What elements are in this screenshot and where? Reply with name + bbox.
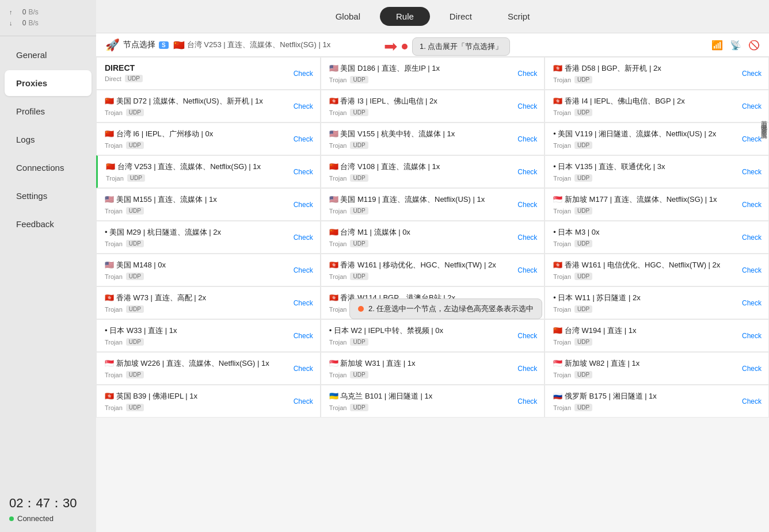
proxy-type: Trojan bbox=[329, 208, 347, 215]
proxy-type: Trojan bbox=[329, 339, 347, 346]
proxy-name: 🇺🇸 美国 M155 | 直连、流媒体 | 1x bbox=[105, 194, 312, 205]
tab-rule[interactable]: Rule bbox=[380, 7, 430, 26]
proxy-item[interactable]: 🇺🇸 美国 M119 | 直连、流媒体、Netflix(US) | 1xTroj… bbox=[321, 188, 545, 221]
proxy-item[interactable]: 🇺🇸 美国 M148 | 0xTrojanUDPCheck bbox=[96, 254, 321, 286]
check-button[interactable]: Check bbox=[742, 266, 762, 274]
check-button[interactable]: Check bbox=[517, 168, 537, 176]
proxy-item[interactable]: 🇺🇸 美国 V155 | 杭美中转、流媒体 | 1xTrojanUDPCheck bbox=[321, 123, 545, 155]
proxy-tag: UDP bbox=[574, 109, 592, 116]
check-button[interactable]: Check bbox=[294, 70, 313, 78]
proxy-item[interactable]: 🇭🇰 香港 W73 | 直连、高配 | 2xTrojanUDPCheck bbox=[96, 286, 321, 319]
check-button[interactable]: Check bbox=[517, 397, 537, 405]
check-button[interactable]: Check bbox=[517, 332, 537, 340]
check-button[interactable]: Check bbox=[294, 266, 313, 274]
proxy-meta: TrojanUDP bbox=[553, 338, 760, 346]
proxy-item[interactable]: 🇨🇳 台湾 V108 | 直连、流媒体 | 1xTrojanUDPCheck bbox=[321, 155, 545, 188]
check-button[interactable]: Check bbox=[742, 168, 762, 176]
sidebar-item-connections[interactable]: Connections bbox=[5, 155, 92, 181]
sidebar-item-general[interactable]: General bbox=[5, 42, 92, 68]
proxy-meta: TrojanUDP bbox=[553, 174, 760, 182]
check-button[interactable]: Check bbox=[742, 201, 762, 209]
proxy-item[interactable]: 🇨🇳 台湾 V253 | 直连、流媒体、Netflix(SG) | 1xTroj… bbox=[96, 155, 321, 188]
check-button[interactable]: Check bbox=[517, 234, 537, 242]
proxy-type: Trojan bbox=[329, 175, 347, 182]
proxy-item[interactable]: 🇭🇰 香港 I3 | IEPL、佛山电信 | 2xTrojanUDPCheck bbox=[321, 90, 545, 123]
hide-icon[interactable]: 🚫 bbox=[748, 40, 760, 51]
proxy-item[interactable]: 🇺🇸 美国 M155 | 直连、流媒体 | 1xTrojanUDPCheck bbox=[96, 188, 321, 221]
proxy-item[interactable]: 🇭🇰 香港 D58 | BGP、新开机 | 2xTrojanUDPCheck bbox=[545, 57, 769, 90]
proxy-item[interactable]: 🇸🇬 新加坡 W82 | 直连 | 1xTrojanUDPCheck bbox=[545, 352, 769, 385]
proxy-item[interactable]: • 日本 W11 | 苏日隧道 | 2xTrojanUDPCheck bbox=[545, 286, 769, 319]
sidebar-item-feedback[interactable]: Feedback bbox=[5, 211, 92, 237]
proxy-item[interactable]: 🇨🇳 台湾 W194 | 直连 | 1xTrojanUDPCheck bbox=[545, 319, 769, 352]
proxy-item[interactable]: • 日本 W2 | IEPL中转、禁视频 | 0xTrojanUDPCheck bbox=[321, 319, 545, 352]
check-button[interactable]: Check bbox=[294, 102, 313, 110]
check-button[interactable]: Check bbox=[742, 299, 762, 307]
proxy-name: 🇺🇦 乌克兰 B101 | 湘日隧道 | 1x bbox=[329, 391, 536, 401]
proxy-name: 🇭🇰 香港 I3 | IEPL、佛山电信 | 2x bbox=[329, 96, 536, 106]
sidebar-item-settings[interactable]: Settings bbox=[5, 183, 92, 209]
proxy-name: 🇷🇺 俄罗斯 B175 | 湘日隧道 | 1x bbox=[553, 391, 760, 401]
proxy-item[interactable]: 🇷🇺 俄罗斯 B175 | 湘日隧道 | 1xTrojanUDPCheck bbox=[545, 385, 769, 418]
check-button[interactable]: Check bbox=[742, 234, 762, 242]
upload-value: 0 bbox=[15, 7, 26, 18]
antenna-icon[interactable]: 📡 bbox=[730, 40, 741, 51]
proxy-item[interactable]: 🇺🇦 乌克兰 B101 | 湘日隧道 | 1xTrojanUDPCheck bbox=[321, 385, 545, 418]
check-button[interactable]: Check bbox=[294, 332, 313, 340]
red-dot-icon bbox=[402, 44, 408, 49]
proxy-item[interactable]: 🇺🇸 美国 D186 | 直连、原生IP | 1xTrojanUDPCheck bbox=[321, 57, 545, 90]
proxy-item[interactable]: 🇭🇰 香港 W161 | 电信优化、HGC、Netflix(TW) | 2xTr… bbox=[545, 254, 769, 286]
proxy-type: Trojan bbox=[105, 273, 123, 280]
proxy-meta: TrojanUDP bbox=[105, 404, 312, 411]
check-button[interactable]: Check bbox=[742, 397, 762, 405]
proxy-item[interactable]: 🇨🇳 台湾 I6 | IEPL、广州移动 | 0xTrojanUDPCheck bbox=[96, 123, 321, 155]
proxy-item[interactable]: 🇭🇰 香港 I4 | IEPL、佛山电信、BGP | 2xTrojanUDPCh… bbox=[545, 90, 769, 123]
check-button[interactable]: Check bbox=[517, 365, 537, 373]
proxy-item[interactable]: 🇭🇰 英国 B39 | 佛港IEPL | 1xTrojanUDPCheck bbox=[96, 385, 321, 418]
check-button[interactable]: Check bbox=[294, 135, 313, 143]
check-button[interactable]: Check bbox=[294, 299, 313, 307]
tab-direct[interactable]: Direct bbox=[433, 7, 488, 26]
check-button[interactable]: Check bbox=[517, 135, 537, 143]
sidebar-item-logs[interactable]: Logs bbox=[5, 127, 92, 152]
proxy-item[interactable]: 🇸🇬 新加坡 W226 | 直连、流媒体、Netflix(SG) | 1xTro… bbox=[96, 352, 321, 385]
node-selector-bar[interactable]: 🚀 节点选择 S 🇨🇳 台湾 V253 | 直连、流媒体、Netflix(SG)… bbox=[96, 33, 769, 57]
proxy-tag: UDP bbox=[126, 371, 144, 378]
check-button[interactable]: Check bbox=[517, 266, 537, 274]
proxy-item[interactable]: 🇨🇳 美国 D72 | 流媒体、Netflix(US)、新开机 | 1xTroj… bbox=[96, 90, 321, 123]
proxy-name: 🇺🇸 美国 M148 | 0x bbox=[105, 260, 312, 270]
proxy-tag: UDP bbox=[350, 404, 368, 411]
check-button[interactable]: Check bbox=[742, 70, 762, 78]
proxy-item[interactable]: 🇸🇬 新加坡 W31 | 直连 | 1xTrojanUDPCheck bbox=[321, 352, 545, 385]
check-button[interactable]: Check bbox=[517, 70, 537, 78]
check-button[interactable]: Check bbox=[294, 201, 313, 209]
check-button[interactable]: Check bbox=[742, 102, 762, 110]
check-button[interactable]: Check bbox=[294, 365, 313, 373]
tab-global[interactable]: Global bbox=[319, 7, 376, 26]
proxy-grid-container: DIRECTDirectUDPCheck🇺🇸 美国 D186 | 直连、原生IP… bbox=[96, 57, 769, 532]
tab-script[interactable]: Script bbox=[492, 7, 546, 26]
proxy-item[interactable]: 🇸🇬 新加坡 M177 | 直连、流媒体、Netflix(SG) | 1xTro… bbox=[545, 188, 769, 221]
proxy-item[interactable]: DIRECTDirectUDPCheck bbox=[96, 57, 321, 90]
check-button[interactable]: Check bbox=[294, 234, 313, 242]
check-button[interactable]: Check bbox=[742, 135, 762, 143]
check-button[interactable]: Check bbox=[517, 102, 537, 110]
wifi-icon[interactable]: 📶 bbox=[711, 40, 723, 51]
check-button[interactable]: Check bbox=[742, 365, 762, 373]
proxy-item[interactable]: 🇨🇳 台湾 M1 | 流媒体 | 0xTrojanUDPCheck bbox=[321, 221, 545, 254]
check-button[interactable]: Check bbox=[294, 397, 313, 405]
proxy-item[interactable]: • 美国 M29 | 杭日隧道、流媒体 | 2xTrojanUDPCheck bbox=[96, 221, 321, 254]
sidebar-nav: GeneralProxiesProfilesLogsConnectionsSet… bbox=[0, 36, 96, 485]
proxy-item[interactable]: • 日本 V135 | 直连、联通优化 | 3xTrojanUDPCheck bbox=[545, 155, 769, 188]
check-button[interactable]: Check bbox=[294, 168, 313, 176]
sidebar-item-proxies[interactable]: Proxies bbox=[5, 70, 92, 96]
check-button[interactable]: Check bbox=[742, 332, 762, 340]
proxy-item[interactable]: • 日本 M3 | 0xTrojanUDPCheck bbox=[545, 221, 769, 254]
sidebar-item-profiles[interactable]: Profiles bbox=[5, 98, 92, 124]
proxy-meta: TrojanUDP bbox=[329, 207, 536, 215]
check-button[interactable]: Check bbox=[517, 201, 537, 209]
proxy-item[interactable]: 🇭🇰 香港 W161 | 移动优化、HGC、Netflix(TW) | 2xTr… bbox=[321, 254, 545, 286]
proxy-tag: UDP bbox=[127, 174, 145, 182]
proxy-item[interactable]: • 美国 V119 | 湘日隧道、流媒体、Netflix(US) | 2xTro… bbox=[545, 123, 769, 155]
proxy-item[interactable]: • 日本 W33 | 直连 | 1xTrojanUDPCheck bbox=[96, 319, 321, 352]
